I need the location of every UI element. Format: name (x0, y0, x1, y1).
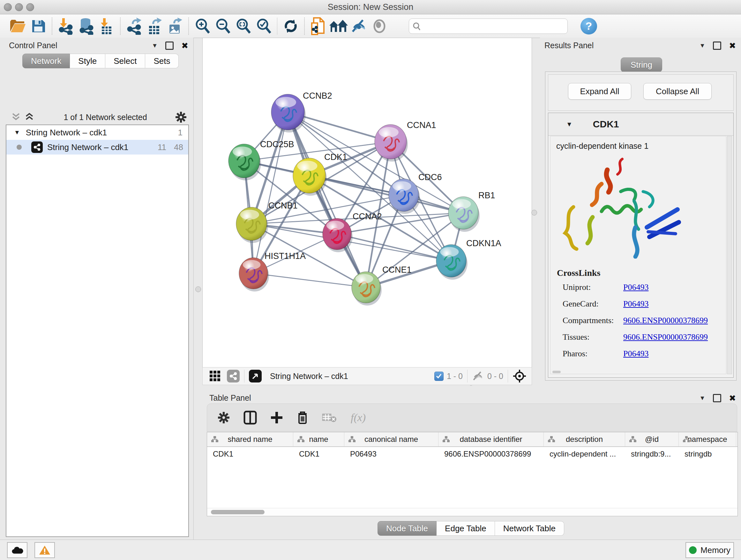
tab-node-table[interactable]: Node Table (378, 521, 436, 536)
tab-edge-table[interactable]: Edge Table (436, 521, 495, 536)
table-panel-close-icon[interactable]: ✖ (729, 395, 736, 401)
eye-icon[interactable] (369, 16, 390, 36)
cloud-button[interactable] (7, 542, 27, 558)
left-splitter-handle[interactable] (195, 287, 201, 292)
help-icon[interactable]: ? (581, 18, 597, 35)
cell-sharedname[interactable]: CDK1 (207, 449, 293, 458)
network-edge[interactable] (337, 234, 451, 261)
column-header-sharedname[interactable]: shared name (207, 432, 293, 446)
network-edge[interactable] (253, 273, 366, 287)
collapse-all-button[interactable]: Collapse All (643, 83, 712, 100)
zoom-in-icon[interactable] (192, 16, 212, 36)
export-table-icon[interactable] (144, 16, 165, 36)
control-panel-close-icon[interactable]: ✖ (181, 43, 188, 49)
memory-button[interactable]: Memory (685, 542, 734, 558)
selected-nodes-edges: 1 - 0 (447, 372, 463, 381)
control-panel-menu-icon[interactable]: ▼ (151, 42, 158, 49)
search-input[interactable] (423, 21, 562, 31)
network-edge[interactable] (253, 112, 288, 273)
tab-select[interactable]: Select (105, 54, 145, 68)
column-header-databaseidentifier[interactable]: database identifier (439, 432, 544, 446)
grid-view-icon[interactable] (209, 370, 221, 382)
network-canvas[interactable]: CCNB2CCNA1CDC25BCDK1CDC6RB1CCNB1CCNA2CDK… (202, 38, 532, 368)
cell-description[interactable]: cyclin-dependent ... (544, 449, 625, 458)
collapse-triangle-icon[interactable]: ▼ (14, 129, 20, 136)
tab-network[interactable]: Network (22, 54, 70, 68)
save-icon[interactable] (28, 16, 49, 36)
column-header-canonicalname[interactable]: canonical name (344, 432, 439, 446)
expand-all-button[interactable]: Expand All (568, 83, 631, 100)
column-header-namespace[interactable]: namespace (679, 432, 736, 446)
refresh-icon[interactable] (280, 16, 301, 36)
results-panel-close-icon[interactable]: ✖ (729, 43, 736, 49)
table-panel-menu-icon[interactable]: ▼ (699, 395, 705, 401)
zoom-fit-icon[interactable] (233, 16, 253, 36)
zoom-out-icon[interactable] (212, 16, 233, 36)
home-icon[interactable] (328, 16, 349, 36)
crosslink-uniprot-link[interactable]: P06493 (623, 283, 649, 292)
import-table-icon[interactable] (96, 16, 117, 36)
network-selection-status: 1 of 1 Network selected (36, 113, 175, 122)
share-document-icon[interactable] (308, 16, 328, 36)
crosslink-compartments-link[interactable]: 9606.ENSP00000378699 (623, 316, 708, 325)
detach-view-icon[interactable] (249, 370, 262, 382)
warning-button[interactable] (35, 542, 55, 558)
results-panel-menu-icon[interactable]: ▼ (699, 42, 705, 49)
cell-id[interactable]: stringdb:9... (625, 449, 679, 458)
network-node-CDC6[interactable]: CDC6 (389, 172, 442, 214)
expand-all-icon[interactable] (24, 112, 36, 122)
cell-databaseidentifier[interactable]: 9606.ENSP00000378699 (439, 449, 544, 458)
node-label-RB1: RB1 (478, 191, 495, 200)
hide-glass-icon[interactable] (349, 16, 369, 36)
network-collection-row[interactable]: ▼ String Network – cdk1 1 (6, 125, 188, 140)
collapse-all-icon[interactable] (11, 112, 22, 122)
tab-string[interactable]: String (621, 57, 662, 72)
gear-icon[interactable] (175, 111, 187, 123)
add-column-icon[interactable] (270, 411, 283, 424)
tab-style[interactable]: Style (70, 54, 105, 68)
network-node-CDK1[interactable]: CDK1 (293, 152, 347, 196)
column-header-id[interactable]: @id (625, 432, 679, 446)
right-splitter-handle[interactable] (531, 210, 537, 215)
crosslink-tissues-link[interactable]: 9606.ENSP00000378699 (623, 332, 708, 342)
network-edge[interactable] (288, 112, 366, 287)
crosslink-genecard-link[interactable]: P06493 (623, 299, 649, 309)
tab-network-table[interactable]: Network Table (495, 521, 564, 536)
network-node-CCNE1[interactable]: CCNE1 (352, 265, 412, 306)
cell-name[interactable]: CDK1 (293, 449, 344, 458)
network-node-HIST1H1A[interactable]: HIST1H1A (239, 251, 306, 292)
table-gear-icon[interactable] (217, 411, 230, 424)
column-header-description[interactable]: description (544, 432, 625, 446)
zoom-selected-icon[interactable] (253, 16, 274, 36)
network-node-CDKN1A[interactable]: CDKN1A (436, 239, 501, 280)
export-image-icon[interactable] (165, 16, 185, 36)
cell-namespace[interactable]: stringdb (679, 449, 736, 458)
open-file-icon[interactable] (8, 16, 28, 36)
crosslink-pharos-link[interactable]: P06493 (623, 349, 649, 359)
section-collapse-icon[interactable]: ▼ (566, 121, 572, 128)
table-row[interactable]: CDK1CDK1P064939606.ENSP00000378699cyclin… (207, 447, 738, 461)
results-panel-float-icon[interactable] (713, 42, 721, 50)
table-panel-float-icon[interactable] (713, 394, 721, 402)
cdk1-section-header[interactable]: ▼ CDK1 (548, 113, 733, 136)
table-hscrollbar-thumb[interactable] (211, 510, 265, 514)
control-panel-float-icon[interactable] (165, 42, 174, 50)
import-database-icon[interactable] (76, 16, 96, 36)
delete-column-icon[interactable] (296, 411, 309, 425)
column-header-name[interactable]: name (293, 432, 344, 446)
tab-sets[interactable]: Sets (145, 54, 179, 68)
cell-canonicalname[interactable]: P06493 (344, 449, 439, 458)
results-hscrollbar[interactable] (552, 371, 561, 373)
birds-eye-icon[interactable] (513, 369, 527, 383)
network-label: String Network – cdk1 (47, 142, 128, 152)
selected-checkbox-icon[interactable] (434, 372, 444, 381)
results-vscrollbar[interactable] (727, 136, 732, 374)
export-network-icon[interactable] (124, 16, 144, 36)
network-row-selected[interactable]: String Network – cdk1 11 48 (6, 140, 188, 154)
network-node-CCNB2[interactable]: CCNB2 (271, 91, 332, 132)
import-network-icon[interactable] (56, 16, 76, 36)
network-node-RB1[interactable]: RB1 (448, 191, 495, 232)
table-hscrollbar[interactable] (207, 508, 738, 516)
share-view-icon[interactable] (227, 370, 240, 382)
show-columns-icon[interactable] (244, 411, 257, 425)
